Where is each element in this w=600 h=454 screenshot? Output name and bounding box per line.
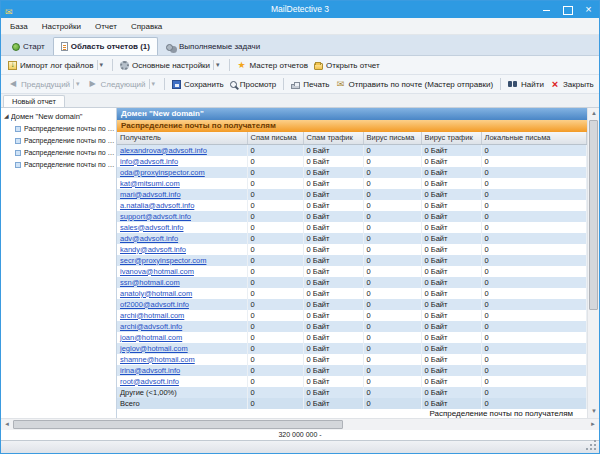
column-header[interactable]: Спам трафик [303, 132, 363, 144]
report-tree-panel: Домен "New domain" Распределение почты п… [1, 108, 117, 418]
main-settings-label: Основные настройки [132, 61, 210, 70]
recipient-link[interactable]: archi@hotmail.com [117, 310, 247, 321]
recipient-link[interactable]: support@advsoft.info [117, 211, 247, 222]
magnifier-icon [230, 81, 237, 88]
cell-value: 0 [363, 332, 421, 343]
recipient-link[interactable]: anatoly@hotmail.com [117, 288, 247, 299]
tree-root-domain[interactable]: Домен "New domain" [1, 110, 116, 123]
cell-value: 0 Байт [303, 222, 363, 233]
tab-start[interactable]: Старт [4, 37, 53, 55]
recipient-link[interactable]: of2000@advsoft.info [117, 299, 247, 310]
gear-icon [120, 61, 129, 70]
preview-button[interactable]: Просмотр [227, 79, 280, 90]
cell-value: 0 [247, 144, 303, 156]
cell-value: 0 Байт [421, 277, 481, 288]
recipient-link[interactable]: shamne@hotmail.com [117, 354, 247, 365]
column-header[interactable]: Локальные письма [481, 132, 587, 144]
column-header[interactable]: Вирус трафик [421, 132, 481, 144]
import-logs-button[interactable]: Импорт лог файлов [5, 59, 108, 71]
recipient-label: Всего [117, 398, 247, 409]
recipient-link[interactable]: irina@advsoft.info [117, 365, 247, 376]
tab-start-label: Старт [23, 42, 45, 51]
cell-value: 0 [247, 332, 303, 343]
recipient-link[interactable]: sales@advsoft.info [117, 222, 247, 233]
menu-settings[interactable]: Настройки [35, 20, 88, 33]
column-header[interactable]: Спам письма [247, 132, 303, 144]
vertical-scroll-thumb[interactable] [589, 120, 598, 310]
vertical-scrollbar[interactable] [587, 108, 599, 418]
recipient-link[interactable]: kandy@advsoft.info [117, 244, 247, 255]
cell-value: 0 [481, 321, 587, 332]
titlebar[interactable]: MailDetective 3 [1, 1, 599, 18]
cell-value: 0 [481, 343, 587, 354]
recipient-link[interactable]: adv@advsoft.info [117, 233, 247, 244]
tab-new-report[interactable]: Новый отчет [3, 95, 65, 107]
previous-button[interactable]: Предыдущий [5, 78, 85, 90]
cell-value: 0 [481, 222, 587, 233]
save-button[interactable]: Сохранить [169, 79, 227, 90]
previous-chevron-down-icon[interactable] [73, 79, 82, 89]
next-button[interactable]: Следующий [85, 78, 160, 90]
recipient-link[interactable]: oda@proxyinspector.com [117, 167, 247, 178]
report-table-body: alexandrova@advsoft.info00 Байт00 Байт0i… [117, 144, 587, 409]
horizontal-scrollbar[interactable] [1, 418, 599, 430]
main-settings-button[interactable]: Основные настройки [117, 59, 225, 71]
cell-value: 0 [363, 398, 421, 409]
table-row: secr@proxyinspector.com00 Байт00 Байт0 [117, 255, 587, 266]
recipient-link[interactable]: alexandrova@advsoft.info [117, 144, 247, 156]
menu-help[interactable]: Справка [124, 20, 169, 33]
import-logs-icon [8, 61, 17, 70]
cell-value: 0 Байт [303, 398, 363, 409]
scroll-up-icon[interactable] [588, 108, 600, 120]
report-section-icon [15, 162, 21, 168]
tree-item-report-section[interactable]: Распределение почты по доменам отправите… [1, 159, 116, 171]
recipient-link[interactable]: mari@advsoft.info [117, 189, 247, 200]
cell-value: 0 Байт [303, 244, 363, 255]
tab-running-tasks[interactable]: Выполняемые задачи [158, 37, 268, 55]
import-chevron-down-icon[interactable] [97, 60, 106, 70]
cell-value: 0 Байт [303, 354, 363, 365]
find-button[interactable]: Найти [505, 78, 547, 90]
table-row: kandy@advsoft.info00 Байт00 Байт0 [117, 244, 587, 255]
recipient-link[interactable]: joan@hotmail.com [117, 332, 247, 343]
cell-value: 0 Байт [421, 233, 481, 244]
report-section-header: Распределение почты по получателям [117, 120, 587, 132]
column-header[interactable]: Вирус письма [363, 132, 421, 144]
table-row: jeglov@hotmail.com00 Байт00 Байт0 [117, 343, 587, 354]
wand-icon [237, 60, 247, 70]
close-report-button[interactable]: Закрыть [547, 78, 597, 90]
close-button[interactable] [578, 1, 599, 18]
recipient-link[interactable]: root@advsoft.info [117, 376, 247, 387]
print-button[interactable]: Печать [288, 79, 332, 90]
recipient-link[interactable]: kat@mitsumi.com [117, 178, 247, 189]
open-report-button[interactable]: Открыть отчет [311, 60, 383, 71]
tree-expander-icon[interactable] [4, 110, 9, 123]
recipient-link[interactable]: ssn@hotmail.com [117, 277, 247, 288]
recipient-link[interactable]: info@advsoft.info [117, 156, 247, 167]
horizontal-scroll-thumb[interactable] [13, 420, 343, 429]
report-wizard-button[interactable]: Мастер отчетов [234, 59, 311, 71]
horizontal-scroll-track[interactable] [343, 419, 587, 430]
tree-item-report-section[interactable]: Распределение почты по доменам получател… [1, 147, 116, 159]
recipient-link[interactable]: ivanova@hotmail.com [117, 266, 247, 277]
scroll-down-icon[interactable] [588, 406, 600, 418]
menu-base[interactable]: База [3, 20, 35, 33]
tab-report-area[interactable]: Область отчетов (1) [53, 37, 158, 55]
cell-value: 0 [247, 376, 303, 387]
cell-value: 0 [363, 354, 421, 365]
minimize-button[interactable] [536, 1, 557, 18]
column-header[interactable]: Получатель [117, 132, 247, 144]
send-mail-button[interactable]: Отправить по почте (Мастер отправки) [333, 78, 497, 90]
recipient-link[interactable]: jeglov@hotmail.com [117, 343, 247, 354]
recipient-link[interactable]: archi@advsoft.info [117, 321, 247, 332]
tree-item-report-section[interactable]: Распределение почты по получателям [1, 123, 116, 135]
vertical-scroll-track[interactable] [588, 310, 599, 406]
recipient-link[interactable]: a.natalia@advsoft.info [117, 200, 247, 211]
menu-report[interactable]: Отчет [88, 20, 124, 33]
tree-item-report-section[interactable]: Распределение почты по отправителям [1, 135, 116, 147]
cell-value: 0 [247, 200, 303, 211]
settings-chevron-down-icon[interactable] [213, 60, 222, 70]
next-chevron-down-icon[interactable] [149, 79, 158, 89]
maximize-button[interactable] [557, 1, 578, 18]
recipient-link[interactable]: secr@proxyinspector.com [117, 255, 247, 266]
